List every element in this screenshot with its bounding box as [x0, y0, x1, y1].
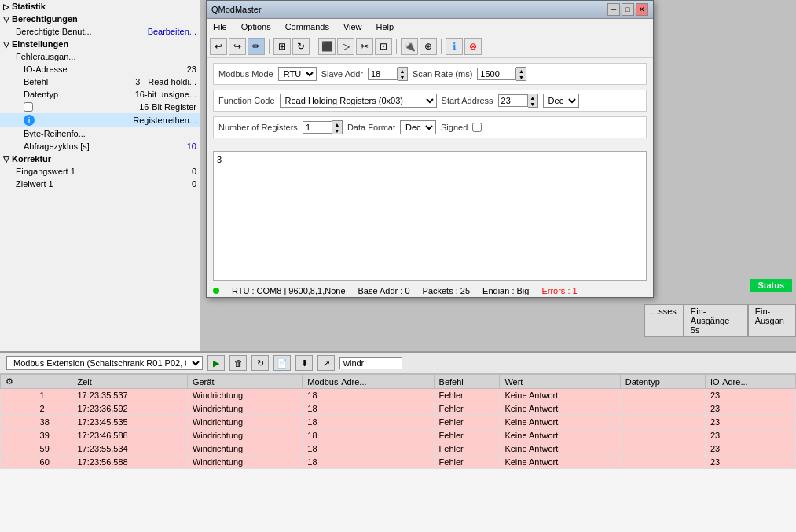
col-geraet[interactable]: Gerät [187, 375, 302, 389]
start-address-input[interactable] [498, 94, 528, 107]
tb-connect-button[interactable]: 🔌 [401, 38, 418, 55]
col-io-adre[interactable]: IO-Adre... [705, 375, 795, 389]
col-befehl[interactable]: Befehl [434, 375, 500, 389]
menu-commands[interactable]: Commands [282, 20, 332, 33]
sidebar-val: 16-bit unsigne... [135, 90, 196, 99]
sidebar-zielwert1: Zielwert 1 0 [0, 178, 200, 190]
tb-alert-button[interactable]: ⊗ [464, 38, 482, 55]
endian-status: Endian : Big [482, 286, 529, 295]
info-icon[interactable]: i [24, 115, 35, 126]
slave-addr-down[interactable]: ▼ [398, 74, 407, 80]
menu-view[interactable]: View [340, 20, 365, 33]
scan-rate-input[interactable] [477, 68, 516, 80]
sidebar-einstellungen[interactable]: ▽ Einstellungen [0, 38, 200, 50]
sidebar-key: Zielwert 1 [16, 179, 53, 189]
slave-addr-label: Slave Addr [321, 69, 363, 79]
cell-wert: Keine Antwort [500, 429, 620, 442]
sidebar-registerreihen[interactable]: i Registerreihen... [0, 113, 200, 127]
col-wert[interactable]: Wert [500, 375, 620, 389]
function-code-select[interactable]: Read Holding Registers (0x03) [280, 94, 437, 108]
signed-label: Signed [441, 123, 468, 132]
col-datentyp[interactable]: Datentyp [620, 375, 705, 389]
log-search-input[interactable] [339, 357, 402, 369]
16bit-register-checkbox[interactable] [24, 102, 33, 112]
tb-info-button[interactable]: ℹ [446, 38, 463, 55]
tb-start-button[interactable]: ▷ [337, 38, 354, 55]
col-num[interactable] [35, 375, 72, 389]
cell-befehl: Fehler [434, 389, 500, 402]
sidebar-abfragezyklus: Abfragezyklus [s] 10 [0, 140, 200, 152]
table-row[interactable]: 1 17:23:35.537 Windrichtung 18 Fehler Ke… [1, 389, 796, 402]
col-zeit[interactable]: Zeit [72, 375, 187, 389]
menu-options[interactable]: Options [238, 20, 274, 33]
tab-sses[interactable]: ...sses [644, 304, 684, 337]
refresh-device-button[interactable]: ↻ [251, 355, 269, 371]
num-registers-up[interactable]: ▲ [332, 121, 342, 127]
play-button[interactable]: ▶ [207, 355, 225, 371]
modbus-mode-select[interactable]: RTU [278, 67, 317, 81]
num-registers-input[interactable] [303, 121, 332, 134]
base-addr-status: Base Addr : 0 [358, 286, 410, 295]
file-open-button[interactable]: 📄 [273, 355, 291, 371]
table-row[interactable]: 38 17:23:45.535 Windrichtung 18 Fehler K… [1, 416, 796, 429]
form-area: Modbus Mode RTU Slave Addr ▲ ▼ Scan Rate… [207, 58, 653, 148]
slave-addr-up[interactable]: ▲ [398, 68, 407, 74]
export-button[interactable]: ↗ [317, 355, 335, 371]
sidebar-berechtigungen[interactable]: ▽ Berechtigungen [0, 13, 200, 25]
signed-checkbox[interactable] [472, 123, 482, 132]
tb-stop-button[interactable]: ⬛ [318, 38, 336, 55]
menu-help[interactable]: Help [373, 20, 398, 33]
data-text-area[interactable]: 3 [213, 151, 647, 281]
device-select[interactable]: Modbus Extension (Schaltschrank R01 P02,… [6, 356, 203, 370]
sidebar-val: 3 - Read holdi... [135, 77, 196, 86]
table-row[interactable]: 60 17:23:56.588 Windrichtung 18 Fehler K… [1, 456, 796, 469]
minimize-button[interactable]: ─ [607, 3, 620, 16]
tb-refresh-button[interactable]: ↻ [292, 38, 310, 55]
num-registers-down[interactable]: ▼ [332, 127, 342, 134]
start-address-format-select[interactable]: Dec Hex [543, 94, 579, 108]
sidebar-fehlerausgang[interactable]: Fehlerausgan... [0, 50, 200, 63]
data-format-select[interactable]: Dec Hex [400, 120, 436, 134]
start-address-up[interactable]: ▲ [528, 94, 537, 101]
tb-separator4 [441, 39, 442, 54]
tb-redo-button[interactable]: ↪ [229, 38, 246, 55]
tb-grid-button[interactable]: ⊞ [273, 38, 291, 55]
menu-file[interactable]: File [210, 20, 230, 33]
sidebar-korrektur[interactable]: ▽ Korrektur [0, 152, 200, 165]
cell-zeit: 17:23:56.588 [72, 456, 187, 469]
start-address-down[interactable]: ▼ [528, 101, 537, 107]
sidebar-16bit-register[interactable]: 16-Bit Register [0, 101, 200, 113]
cell-num: 60 [35, 456, 72, 469]
tb-cut-button[interactable]: ✂ [356, 38, 373, 55]
tb-disconnect-button[interactable]: ⊕ [420, 38, 437, 55]
text-value: 3 [217, 155, 222, 164]
sidebar-statistik[interactable]: ▷ Statistik [0, 0, 200, 13]
table-row[interactable]: 2 17:23:36.592 Windrichtung 18 Fehler Ke… [1, 402, 796, 416]
tb-edit-button[interactable]: ✏ [248, 38, 265, 55]
delete-button[interactable]: 🗑 [229, 355, 247, 371]
log-data-table: ⚙ Zeit Gerät Modbus-Adre... Befehl Wert … [0, 374, 796, 469]
close-button[interactable]: ✕ [636, 3, 648, 16]
tb-undo-button[interactable]: ↩ [210, 38, 227, 55]
maximize-button[interactable]: □ [622, 3, 634, 16]
col-settings[interactable]: ⚙ [1, 375, 35, 389]
main-area: QModMaster ─ □ ✕ File Options Commands V… [200, 0, 796, 532]
scan-rate-up[interactable]: ▲ [516, 68, 526, 74]
cell-datentyp [620, 416, 705, 429]
cell-num: 2 [35, 402, 72, 416]
col-modbus-adre[interactable]: Modbus-Adre... [303, 375, 434, 389]
expand-icon: ▽ [3, 155, 9, 163]
download-button[interactable]: ⬇ [295, 355, 313, 371]
table-row[interactable]: 59 17:23:55.534 Windrichtung 18 Fehler K… [1, 442, 796, 456]
tab-ein-ausgaenge-5s[interactable]: Ein-Ausgänge 5s [684, 304, 748, 337]
sidebar-key: Befehl [24, 77, 48, 86]
sidebar-byte-reihenfo[interactable]: Byte-Reihenfo... [0, 127, 200, 140]
slave-addr-input[interactable] [368, 68, 398, 80]
tb-table-button[interactable]: ⊡ [375, 38, 392, 55]
cell-geraet: Windrichtung [187, 416, 302, 429]
table-row[interactable]: 39 17:23:46.588 Windrichtung 18 Fehler K… [1, 429, 796, 442]
tab-ein-ausgange[interactable]: Ein-Ausgan [748, 304, 796, 337]
scan-rate-down[interactable]: ▼ [516, 74, 526, 80]
sidebar-edit-link[interactable]: Bearbeiten... [148, 27, 196, 36]
cell-befehl: Fehler [434, 456, 500, 469]
